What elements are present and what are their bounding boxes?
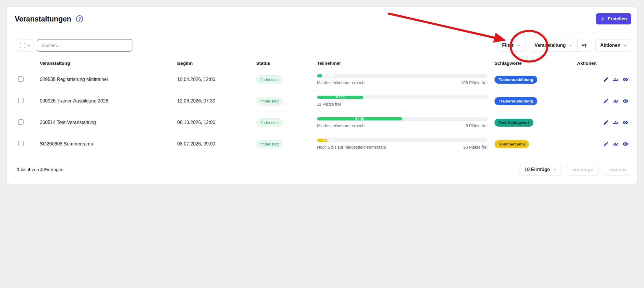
- header-status: Status: [256, 61, 317, 66]
- edit-icon[interactable]: [603, 98, 609, 104]
- edit-icon[interactable]: [603, 120, 609, 125]
- edit-icon[interactable]: [603, 141, 609, 147]
- row-checkbox[interactable]: [18, 98, 24, 103]
- status-badge: findet statt: [256, 140, 283, 148]
- participants-info-left: Mindestteilnehmer erreicht: [317, 123, 366, 128]
- panel-header: Veranstaltungen Erstellen: [7, 7, 637, 31]
- actions-button[interactable]: Aktionen: [595, 39, 632, 52]
- event-name[interactable]: 029535 Registrierung Minitrainer: [40, 77, 177, 82]
- events-panel: Veranstaltungen Erstellen Filter Veranst…: [6, 6, 638, 184]
- row-checkbox[interactable]: [18, 76, 24, 82]
- help-icon[interactable]: [76, 15, 83, 23]
- actions-button-label: Aktionen: [600, 43, 620, 48]
- status-badge: findet statt: [256, 75, 283, 84]
- header-beginn: Beginn: [177, 61, 256, 66]
- entity-dropdown-button[interactable]: Veranstaltung: [530, 39, 577, 52]
- row-checkbox[interactable]: [18, 119, 24, 125]
- chevron-down-icon: [623, 43, 627, 47]
- next-page-button[interactable]: nächste: [604, 164, 632, 176]
- table-row: 090926 Trainer-Ausbildung 2026 12.06.202…: [7, 90, 637, 112]
- participants-icon[interactable]: [613, 98, 619, 104]
- progress-fill: [317, 74, 322, 77]
- event-begin: 12.06.2026, 07:30: [177, 98, 256, 104]
- participants-info-right: 195 Plätze frei: [461, 80, 488, 85]
- chevron-down-icon: [569, 43, 573, 47]
- table-footer: 1 bis 4 von 4 Einträgen 10 Einträge vorh…: [7, 155, 637, 184]
- table-toolbar: Filter Veranstaltung Aktionen: [7, 39, 637, 52]
- events-table: Veranstaltung Beginn Status Teilnehmer S…: [7, 58, 637, 155]
- view-icon[interactable]: [622, 141, 628, 147]
- participants-info-right: 95 Plätze frei: [463, 145, 487, 150]
- filter-button[interactable]: Filter: [497, 39, 525, 52]
- plus-icon: [600, 16, 605, 21]
- participants-icon[interactable]: [613, 77, 619, 82]
- search-input[interactable]: [37, 39, 132, 52]
- table-row: SO260608 Sommercamp 08.07.2026, 09:00 fi…: [7, 133, 637, 155]
- progress-label: 5 / 10: [355, 117, 364, 120]
- header-aktionen: Aktionen: [577, 61, 637, 66]
- entries-summary: 1 bis 4 von 4 Einträgen: [17, 167, 64, 172]
- participants-cell: 5 / 100 Noch 5 bis zur Mindestteilnehmer…: [317, 138, 494, 150]
- column-sort-group: Veranstaltung: [530, 39, 591, 52]
- tag: Test-Schlagwort: [494, 119, 533, 127]
- event-begin: 08.10.2026, 12:00: [177, 120, 256, 125]
- tag: Trainerausbildung: [494, 76, 537, 84]
- tag: Trainerausbildung: [494, 97, 537, 105]
- previous-page-button[interactable]: vorherige: [567, 164, 599, 176]
- event-begin: 10.04.2026, 12:00: [177, 77, 256, 82]
- pagination-controls: 10 Einträge vorherige nächste: [520, 164, 632, 176]
- filter-button-label: Filter: [502, 43, 514, 48]
- page-size-label: 10 Einträge: [525, 167, 550, 172]
- participants-progressbar: 5 / 10: [317, 117, 487, 121]
- edit-icon[interactable]: [603, 77, 609, 82]
- row-checkbox[interactable]: [18, 141, 24, 146]
- tag: Sommercamp: [494, 140, 529, 148]
- header-veranstaltung: Veranstaltung: [40, 61, 177, 66]
- event-name[interactable]: SO260608 Sommercamp: [40, 141, 177, 147]
- participants-progressbar: 5 / 100: [317, 138, 487, 142]
- event-name[interactable]: 090926 Trainer-Ausbildung 2026: [40, 98, 177, 104]
- sort-ascending-icon: [581, 42, 587, 49]
- chevron-down-icon: [553, 168, 557, 172]
- table-row: 029535 Registrierung Minitrainer 10.04.2…: [7, 69, 637, 90]
- page-size-dropdown[interactable]: 10 Einträge: [520, 164, 562, 176]
- participants-cell: 5 / 200 Mindestteilnehmer erreicht 195 P…: [317, 74, 494, 85]
- select-all-dropdown[interactable]: [17, 39, 34, 52]
- participants-info-left: 11 Plätze frei: [317, 102, 341, 107]
- page-title: Veranstaltungen: [15, 15, 71, 23]
- view-icon[interactable]: [622, 77, 628, 82]
- participants-info-right: 5 Plätze frei: [466, 123, 487, 128]
- view-icon[interactable]: [622, 98, 628, 104]
- table-header-row: Veranstaltung Beginn Status Teilnehmer S…: [7, 58, 637, 69]
- participants-progressbar: 5 / 200: [317, 74, 487, 78]
- participants-cell: 4 / 15 11 Plätze frei: [317, 95, 494, 107]
- participants-info-left: Mindestteilnehmer erreicht: [317, 80, 366, 85]
- event-name[interactable]: 260514 Test-Veranstaltung: [40, 120, 177, 125]
- header-teilnehmer: Teilnehmer: [317, 61, 494, 66]
- header-schlagworte: Schlagworte: [494, 61, 577, 66]
- select-all-checkbox[interactable]: [20, 43, 25, 48]
- table-row: 260514 Test-Veranstaltung 08.10.2026, 12…: [7, 112, 637, 133]
- toolbar-right: Filter Veranstaltung Aktionen: [497, 39, 632, 52]
- chevron-down-icon: [27, 43, 31, 47]
- status-badge: findet statt: [256, 97, 283, 105]
- progress-label: 5 / 100: [323, 139, 334, 142]
- participants-icon[interactable]: [613, 120, 619, 125]
- participants-info-left: Noch 5 bis zur Mindestteilnehmerzahl: [317, 145, 386, 150]
- entity-dropdown-label: Veranstaltung: [535, 43, 566, 48]
- participants-icon[interactable]: [613, 141, 619, 147]
- view-icon[interactable]: [622, 120, 628, 125]
- create-button-label: Erstellen: [608, 16, 627, 21]
- progress-label: 4 / 15: [336, 96, 345, 99]
- status-badge: findet statt: [256, 118, 283, 127]
- sort-button[interactable]: [578, 39, 591, 52]
- participants-progressbar: 4 / 15: [317, 95, 487, 99]
- event-begin: 08.07.2026, 09:00: [177, 141, 256, 147]
- progress-label: 5 / 200: [323, 74, 334, 77]
- chevron-down-icon: [516, 43, 520, 47]
- participants-cell: 5 / 10 Mindestteilnehmer erreicht 5 Plät…: [317, 117, 494, 128]
- create-button[interactable]: Erstellen: [596, 13, 631, 24]
